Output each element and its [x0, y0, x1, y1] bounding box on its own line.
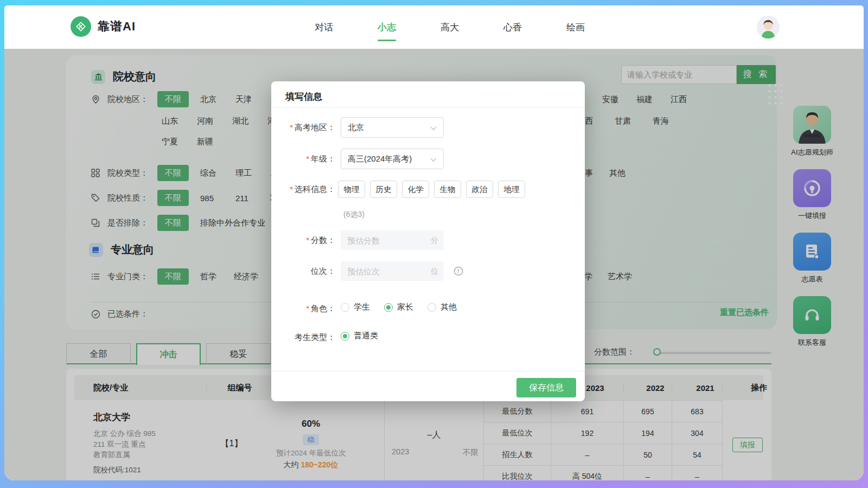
subjects-hint: (6选3): [343, 210, 365, 220]
field-label-candidate-type: 考生类型：: [271, 332, 335, 343]
grade-select-value: 高三(2024年高考): [348, 154, 412, 164]
chevron-down-icon: [430, 155, 437, 164]
subject-button-chemistry[interactable]: 化学: [402, 181, 429, 198]
radio-other[interactable]: 其他: [427, 302, 457, 312]
subject-button-physics[interactable]: 物理: [338, 181, 365, 198]
fill-info-modal: 填写信息 *高考地区： 北京 *年级： 高三(2024年高考) *选科信息： 物…: [271, 81, 585, 401]
radio-parent[interactable]: 家长: [384, 302, 413, 312]
radio-circle: [384, 303, 393, 312]
score-suffix: 分: [431, 236, 438, 246]
candidate-type-radio-group: 普通类: [341, 331, 378, 341]
field-label-rank: 位次：: [271, 266, 335, 277]
user-avatar[interactable]: [757, 16, 780, 38]
field-label-subjects: *选科信息：: [271, 184, 335, 195]
logo-text: 靠谱AI: [98, 18, 136, 35]
role-radio-group: 学生 家长 其他: [341, 302, 457, 312]
navbar: K 靠谱AI 对话 小志 高大 心香 绘画: [4, 5, 864, 49]
field-label-grade: *年级：: [271, 154, 335, 164]
brand-logo[interactable]: K 靠谱AI: [71, 16, 136, 37]
radio-student[interactable]: 学生: [341, 302, 370, 312]
subject-button-politics[interactable]: 政治: [466, 181, 493, 198]
modal-footer-divider: [271, 371, 585, 371]
subject-button-geography[interactable]: 地理: [498, 181, 525, 198]
field-label-role: *角色：: [271, 304, 335, 314]
nav-item-xinxiang[interactable]: 心香: [502, 18, 523, 37]
nav-item-huihua[interactable]: 绘画: [565, 18, 586, 37]
subject-button-history[interactable]: 历史: [370, 181, 397, 198]
field-label-region: *高考地区：: [271, 123, 335, 133]
subject-button-biology[interactable]: 生物: [434, 181, 461, 198]
svg-text:K: K: [79, 24, 83, 30]
field-label-score: *分数：: [271, 235, 335, 246]
radio-circle: [341, 332, 349, 341]
logo-icon: K: [71, 16, 91, 37]
subject-options: 物理 历史 化学 生物 政治 地理: [338, 181, 525, 198]
region-select[interactable]: 北京: [341, 117, 444, 138]
nav-item-duihua[interactable]: 对话: [314, 18, 334, 37]
score-input[interactable]: [341, 230, 444, 250]
grade-select[interactable]: 高三(2024年高考): [341, 149, 444, 169]
radio-circle: [341, 303, 349, 312]
main-nav: 对话 小志 高大 心香 绘画: [314, 5, 586, 49]
radio-circle: [427, 303, 436, 312]
info-icon[interactable]: [454, 266, 463, 278]
nav-item-xiaozhi[interactable]: 小志: [376, 18, 397, 37]
save-info-button[interactable]: 保存信息: [516, 378, 576, 397]
chevron-down-icon: [430, 123, 437, 132]
modal-header-divider: [271, 107, 585, 108]
region-select-value: 北京: [348, 123, 364, 133]
modal-title: 填写信息: [285, 91, 322, 103]
rank-suffix: 位: [431, 267, 438, 277]
rank-input[interactable]: [341, 261, 444, 281]
nav-item-gaoda[interactable]: 高大: [439, 18, 460, 37]
page: { "colors": { "accent_green": "#4fae6b",…: [0, 0, 868, 488]
radio-regular-type[interactable]: 普通类: [341, 331, 378, 341]
